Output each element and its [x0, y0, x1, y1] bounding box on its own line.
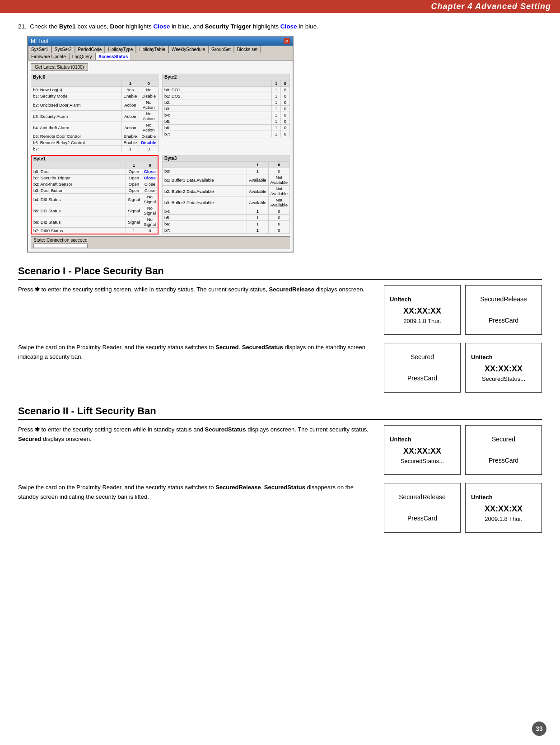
- scenario1-block1: Press ✱ to enter the security setting sc…: [18, 285, 542, 335]
- table-row: b0: New Log(s)YesNo: [31, 87, 159, 93]
- scenario1-left-screen-2: SecuredPressCard: [384, 343, 461, 393]
- chapter-title: Chapter 4 Advanced Setting: [431, 2, 551, 11]
- page-header: Chapter 4 Advanced Setting: [0, 0, 560, 13]
- screen-time: XX:XX:XX: [390, 306, 455, 316]
- byte1-header: Byte1: [31, 155, 158, 162]
- tab-blocksset[interactable]: Blocks set: [234, 46, 261, 53]
- mi-tool-body: Get Latest Status (0100) Byte0 10 b0: Ne…: [28, 61, 293, 252]
- table-row: b7:10: [163, 227, 290, 234]
- table-row: b6:10: [163, 221, 290, 227]
- table-row: b5:10: [163, 215, 290, 221]
- byte2-col-label: [163, 80, 272, 87]
- tab-firmware[interactable]: Firmware Update: [28, 53, 69, 60]
- screen-status-secured-release: SecuredReleasePressCard: [471, 294, 536, 326]
- screen-time-4: XX:XX:XX: [471, 504, 536, 514]
- table-row: b6: Remote Relay2 ControlEnableDisable: [31, 140, 159, 146]
- table-row: b1: Buffer1 Data AvailableAvailableNot A…: [163, 174, 290, 186]
- table-row: b4: DI0 StatusSignalNo Signal: [31, 194, 158, 205]
- byte0-header: Byte0: [31, 74, 159, 80]
- scenario1-left-screen-1: Unitech XX:XX:XX 2009.1.8 Thur.: [384, 285, 461, 335]
- tab-holidaytable[interactable]: HolidayTable: [136, 46, 168, 53]
- tab-groupset[interactable]: GroupSet: [208, 46, 234, 53]
- table-row: b7:10: [163, 131, 290, 137]
- table-row: b3: Security AlarmActionNo Action: [31, 111, 159, 122]
- table-row: b1: Security ModeEnableDisable: [31, 93, 159, 99]
- tab-holidaytype[interactable]: HolidayType: [105, 46, 136, 53]
- table-row: b7:10: [31, 146, 159, 152]
- scenario2-block1-text: Press ✱ to enter the security setting sc…: [18, 425, 375, 444]
- tab-accessstatus[interactable]: AccessStatus: [95, 53, 131, 60]
- tab-weeklyschedule[interactable]: WeeklySchedule: [168, 46, 208, 53]
- screen-date-2: 2009.1.8 Thur.: [471, 515, 536, 522]
- mi-tool-close-button[interactable]: ✕: [284, 38, 290, 44]
- table-row: b5:10: [163, 118, 290, 125]
- screen-brand-3: Unitech: [390, 436, 455, 443]
- byte-tables-top: Byte0 10 b0: New Log(s)YesNo b1: Securit…: [31, 74, 290, 152]
- scenario1-right-screen-2: Unitech XX:XX:XX SecuredStatus...: [465, 343, 542, 393]
- scenario1-block1-text: Press ✱ to enter the security setting sc…: [18, 285, 375, 295]
- byte0-table: Byte0 10 b0: New Log(s)YesNo b1: Securit…: [31, 74, 159, 152]
- tab-sysser2[interactable]: SysSer2: [51, 46, 75, 53]
- byte2-header: Byte2: [163, 74, 290, 80]
- scenario2-section: Scenario II - Lift Security Ban Press ✱ …: [18, 405, 542, 533]
- tab-periodcode[interactable]: PeriodCode: [75, 46, 105, 53]
- screen-brand: Unitech: [390, 296, 455, 303]
- mi-tool-title: MI Tool: [31, 38, 48, 44]
- mi-tool-tabs: SysSer1 SysSer2 PeriodCode HolidayType H…: [28, 46, 293, 61]
- table-row: b1: DO210: [163, 93, 290, 99]
- scenario2-right-screen-2: Unitech XX:XX:XX 2009.1.8 Thur.: [465, 483, 542, 533]
- byte3-col1: 1: [247, 162, 268, 168]
- table-row: b2: Unclosed Door AlarmActionNo Action: [31, 99, 159, 111]
- screen-secured-2: SecuredPressCard: [471, 434, 536, 466]
- byte2-col1: 1: [272, 80, 281, 87]
- scenario1-title: Scenario I - Place Security Ban: [18, 265, 542, 280]
- table-row: b0: DO110: [163, 87, 290, 93]
- screen-date: 2009.1.8 Thur.: [390, 318, 455, 324]
- step-21-text: 21. Check the Byte1 box values, Door hig…: [18, 22, 542, 31]
- table-row: b7: DI00 Status10: [31, 228, 158, 234]
- table-row: b6: DI2 StatusSignalNo Signal: [31, 216, 158, 228]
- table-row: b2: Anti-theft SensorOpenClose: [31, 181, 158, 187]
- byte1-col1: 1: [126, 162, 142, 169]
- table-row: b5: DI1 StatusSignalNo Signal: [31, 205, 158, 216]
- screen-time-2: XX:XX:XX: [471, 364, 536, 374]
- table-row: b0: DoorOpenClose: [31, 169, 158, 175]
- table-row: b3: Buffer3 Data AvailableAvailableNot A…: [163, 197, 290, 208]
- get-latest-button[interactable]: Get Latest Status (0100): [31, 63, 88, 71]
- table-row: b3:10: [163, 106, 290, 112]
- scenario2-left-screen-2: SecuredReleasePressCard: [384, 483, 461, 533]
- scenario2-block1-screens: Unitech XX:XX:XX SecuredStatus... Secure…: [384, 425, 542, 475]
- byte1-table: Byte1 10 b0: DoorOpenClose b1: Security …: [31, 155, 159, 234]
- status-bar: State: Connection succeed: [31, 236, 290, 249]
- scenario1-block2: Swipe the card on the Proximity Reader, …: [18, 343, 542, 393]
- scenario1-section: Scenario I - Place Security Ban Press ✱ …: [18, 265, 542, 393]
- tab-sysser1[interactable]: SysSer1: [28, 46, 51, 53]
- tab-logquery[interactable]: LogQuery: [69, 53, 95, 60]
- byte-tables-bottom: Byte1 10 b0: DoorOpenClose b1: Security …: [31, 155, 290, 234]
- status-progress-bar: [33, 244, 88, 248]
- step-21: 21. Check the Byte1 box values, Door hig…: [18, 22, 542, 253]
- byte1-col-label: [31, 162, 126, 169]
- byte2-section: Byte2 10 b0: DO110 b1: DO210 b2:10 b3:10…: [162, 74, 290, 152]
- table-row: b4:10: [163, 208, 290, 215]
- byte3-header: Byte3: [163, 155, 290, 162]
- screen-time-3: XX:XX:XX: [390, 446, 455, 456]
- scenario1-right-screen-1: SecuredReleasePressCard: [465, 285, 542, 335]
- byte3-table: Byte3 10 b0:10 b1: Buffer1 Data Availabl…: [162, 155, 290, 234]
- scenario2-left-screen-1: Unitech XX:XX:XX SecuredStatus...: [384, 425, 461, 475]
- byte0-col-label: [31, 80, 122, 87]
- scenario1-block2-screens: SecuredPressCard Unitech XX:XX:XX Secure…: [384, 343, 542, 393]
- scenario2-block2-text: Swipe the card on the Proximity Reader, …: [18, 483, 375, 502]
- table-row: b4: Anti-theft AlarmActionNo Action: [31, 122, 159, 133]
- screen-secured-release-2: SecuredReleasePressCard: [390, 492, 455, 524]
- screen-secured-status-2: SecuredStatus...: [390, 458, 455, 464]
- mi-tool-titlebar: MI Tool ✕: [28, 37, 293, 46]
- scenario2-right-screen-1: SecuredPressCard: [465, 425, 542, 475]
- byte0-col1: 1: [121, 80, 139, 87]
- screen-brand-4: Unitech: [471, 494, 536, 501]
- table-row: b6:10: [163, 125, 290, 131]
- scenario1-block2-text: Swipe the card on the Proximity Reader, …: [18, 343, 375, 362]
- screen-secured: SecuredPressCard: [390, 352, 455, 384]
- table-row: b3: Door ButtonOpenClose: [31, 187, 158, 194]
- table-row: b0:10: [163, 168, 290, 174]
